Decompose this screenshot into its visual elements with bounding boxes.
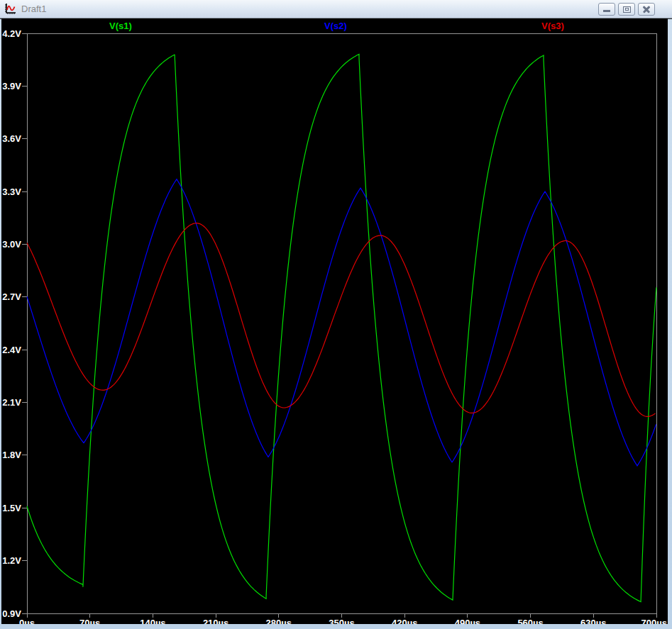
plot-area[interactable]: 4.2V3.9V3.6V3.3V3.0V2.7V2.4V2.1V1.8V1.5V… <box>1 18 668 624</box>
y-axis-tick-label: 3.0V <box>2 239 21 250</box>
y-axis-tick-label: 2.4V <box>2 345 21 355</box>
y-axis-tick-label: 4.2V <box>2 28 21 39</box>
minimize-button[interactable] <box>598 3 615 16</box>
x-axis-tick-label: 560µs <box>517 618 543 624</box>
y-axis-tick-label: 3.6V <box>2 133 21 144</box>
y-axis-tick-label: 2.7V <box>2 291 21 302</box>
y-axis-tick-label: 1.8V <box>2 450 21 460</box>
x-axis-tick-label: 630µs <box>580 618 606 624</box>
close-icon <box>641 5 651 13</box>
trace-vs2 <box>27 179 656 466</box>
window-title: Draft1 <box>21 0 46 18</box>
y-axis-tick-label: 1.5V <box>2 503 21 513</box>
waveform-icon[interactable] <box>4 3 16 15</box>
legend-vs2[interactable]: V(s2) <box>324 21 347 31</box>
y-axis-tick-label: 3.9V <box>2 81 21 91</box>
trace-vs1 <box>27 54 656 601</box>
x-axis-tick-label: 490µs <box>455 618 480 624</box>
legend-vs1[interactable]: V(s1) <box>109 21 132 31</box>
x-axis-tick-label: 420µs <box>392 618 417 624</box>
titlebar[interactable]: Draft1 <box>0 0 672 18</box>
y-axis-tick-label: 3.3V <box>2 187 21 197</box>
restore-button[interactable] <box>618 3 635 16</box>
x-axis-tick-label: 700µs <box>641 618 667 624</box>
minimize-icon <box>603 10 610 12</box>
x-axis-tick-label: 350µs <box>329 618 354 624</box>
trace-vs3 <box>27 223 656 417</box>
restore-icon <box>623 6 631 13</box>
close-button[interactable] <box>638 3 655 16</box>
x-axis-tick-label: 70µs <box>79 618 100 624</box>
y-axis-tick-label: 1.2V <box>2 555 21 566</box>
x-axis-tick-label: 280µs <box>266 618 292 624</box>
waveform-viewer-window: Draft1 4.2V3.9V3.6V3.3V3.0V2.7V2.4V2.1V1… <box>0 0 672 629</box>
plot-frame[interactable] <box>27 33 656 613</box>
y-axis-tick-label: 2.1V <box>2 397 21 408</box>
x-axis-tick-label: 210µs <box>203 618 228 624</box>
x-axis-tick-label: 140µs <box>140 618 165 624</box>
plot-pane: 4.2V3.9V3.6V3.3V3.0V2.7V2.4V2.1V1.8V1.5V… <box>1 18 668 624</box>
x-axis-tick-label: 0µs <box>19 618 35 624</box>
legend-vs3[interactable]: V(s3) <box>541 21 564 31</box>
